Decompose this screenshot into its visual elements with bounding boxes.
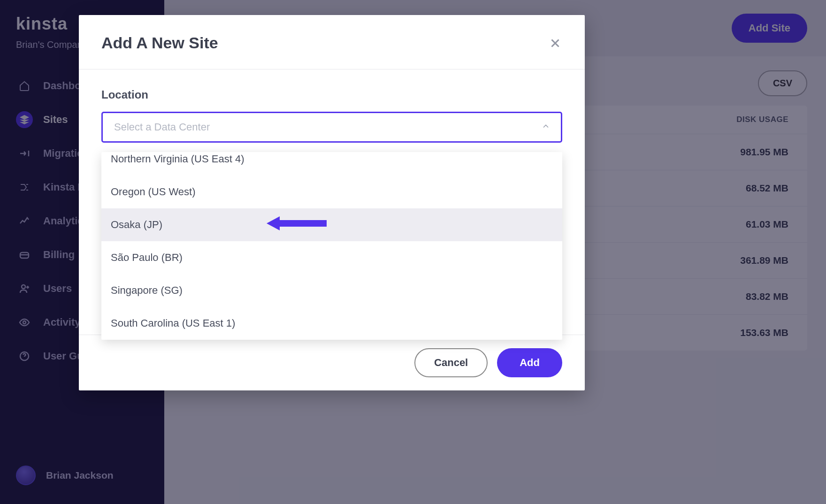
location-option[interactable]: South Carolina (US East 1) — [101, 307, 562, 340]
chevron-up-icon — [541, 122, 551, 133]
option-label: Oregon (US West) — [111, 186, 196, 198]
location-select[interactable]: Select a Data Center — [101, 112, 562, 143]
option-label: São Paulo (BR) — [111, 252, 183, 263]
location-option[interactable]: Northern Virginia (US East 4) — [101, 152, 562, 176]
close-button[interactable] — [548, 36, 562, 50]
modal-footer: Cancel Add — [79, 335, 585, 390]
modal-title: Add A New Site — [101, 34, 218, 52]
location-label: Location — [101, 88, 562, 101]
select-placeholder: Select a Data Center — [114, 121, 210, 133]
location-option[interactable]: São Paulo (BR) — [101, 241, 562, 274]
modal-header: Add A New Site — [79, 15, 585, 69]
option-label: Osaka (JP) — [111, 219, 162, 230]
option-label: South Carolina (US East 1) — [111, 317, 235, 329]
cancel-button[interactable]: Cancel — [414, 348, 488, 377]
close-icon — [548, 36, 562, 50]
location-option[interactable]: Osaka (JP) — [101, 208, 562, 241]
location-option[interactable]: Singapore (SG) — [101, 274, 562, 307]
location-dropdown: Northern Virginia (US East 4)Oregon (US … — [101, 152, 562, 340]
option-label: Singapore (SG) — [111, 284, 183, 296]
modal-body: Location Select a Data Center Northern V… — [79, 69, 585, 335]
option-label: Northern Virginia (US East 4) — [111, 153, 245, 165]
location-option[interactable]: Oregon (US West) — [101, 176, 562, 208]
add-site-modal: Add A New Site Location Select a Data Ce… — [79, 15, 585, 390]
annotation-arrow-icon — [266, 215, 327, 234]
add-button[interactable]: Add — [497, 348, 562, 377]
dropdown-list[interactable]: Northern Virginia (US East 4)Oregon (US … — [101, 152, 562, 340]
